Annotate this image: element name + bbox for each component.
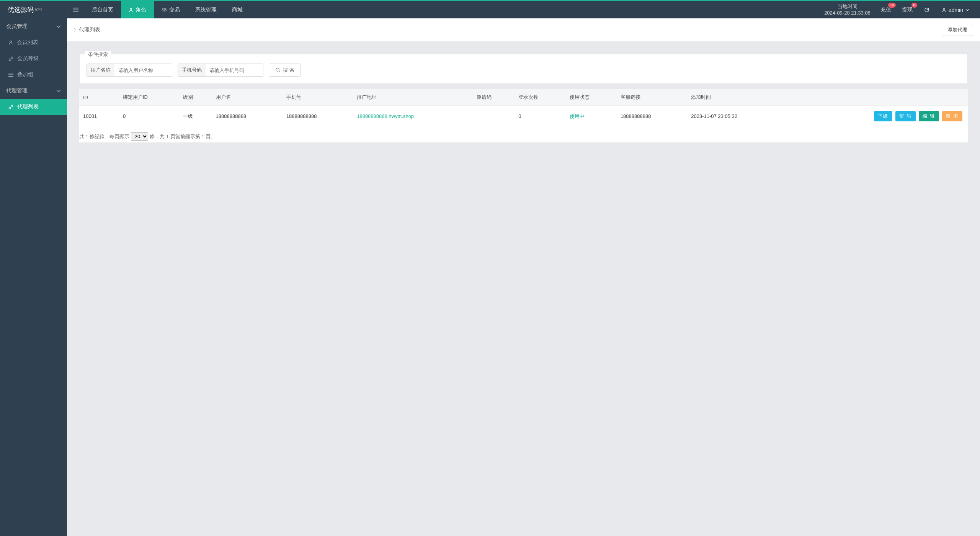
th-id: ID [79,89,119,106]
user-menu[interactable]: admin [938,7,973,13]
local-time: 当地时间 2024-09-28 21:33:08 [822,2,873,18]
cell-bind-uid: 0 [119,106,179,127]
chevron-down-icon [965,9,969,11]
recharge-link[interactable]: 充值 14 [877,7,894,13]
page-header: 代理列表 添加代理 [67,18,980,42]
nav-home-label: 后台首页 [92,7,113,13]
promo-link[interactable]: 18888888888.hwym.shop [357,113,414,119]
sidebar-item-label: 叠加组 [17,71,33,78]
status-badge: 使用中 [570,113,585,119]
sidebar-group-agent-label: 代理管理 [6,87,28,94]
sidebar-item-member-list[interactable]: 会员列表 [0,34,67,51]
phone-label: 手机号码 [178,64,206,76]
th-username: 用户名 [212,89,283,106]
user-icon [129,8,133,12]
th-promo: 推广地址 [353,89,473,106]
sidebar-group-agent[interactable]: 代理管理 [0,83,67,99]
cell-username: 18888888888 [212,106,283,127]
cell-cs: 18888888888 [617,106,687,127]
time-label: 当地时间 [824,3,871,10]
search-button-label: 搜 索 [283,67,294,74]
hamburger-icon [73,8,78,12]
time-value: 2024-09-28 21:33:08 [824,10,871,16]
th-time: 添加时间 [687,89,787,106]
nav-trade-label: 交易 [169,7,180,13]
sidebar: 会员管理 会员列表 会员等级 叠加组 代理管理 [0,18,67,536]
refresh-icon [924,7,929,13]
sidebar-group-member[interactable]: 会员管理 [0,18,67,34]
list-icon [8,73,13,77]
th-phone: 手机号 [283,89,353,106]
cell-time: 2023-11-07 23:05:32 [687,106,787,127]
brand-logo: 优选源码 V20 [0,1,67,18]
search-icon [275,67,281,73]
action-edit-button[interactable]: 编 辑 [919,111,939,121]
link-icon [8,105,13,109]
th-login: 登录次数 [514,89,565,106]
user-icon [942,8,946,12]
nav-mall-label: 商城 [232,7,243,13]
svg-point-3 [276,68,279,71]
svg-point-0 [130,8,132,10]
nav-system-label: 系统管理 [195,7,217,13]
brand-name: 优选源码 [8,5,34,14]
username-label: 用户名称 [87,64,114,76]
action-sub-button[interactable]: 下级 [874,111,892,121]
nav-system[interactable]: 系统管理 [188,1,224,18]
recharge-badge: 14 [888,3,896,8]
pagination-suffix: 條，共 1 頁當前顯示第 1 頁。 [150,133,216,140]
cell-status: 使用中 [566,106,617,127]
nav-trade[interactable]: 交易 [154,1,188,18]
search-legend: 条件搜索 [85,51,111,58]
cell-promo: 18888888888.hwym.shop [353,106,473,127]
svg-point-1 [943,8,945,10]
pagination-prefix: 共 1 條記錄，每頁顯示 [79,133,129,140]
refresh-button[interactable] [920,7,933,13]
cell-invite [473,106,514,127]
cell-phone: 18888888888 [283,106,353,127]
layout: 会员管理 会员列表 会员等级 叠加组 代理管理 [0,18,980,536]
sidebar-item-member-level[interactable]: 会员等级 [0,51,67,67]
action-disable-button[interactable]: 禁 用 [942,111,962,121]
phone-input[interactable] [206,64,263,76]
withdraw-label: 提现 [902,7,913,13]
th-actions [787,89,968,106]
sidebar-item-label: 代理列表 [17,103,39,110]
username-input[interactable] [114,64,172,76]
user-icon [8,40,13,45]
search-row: 用户名称 手机号码 搜 索 [87,64,960,77]
sidebar-item-stack-group[interactable]: 叠加组 [0,67,67,83]
action-pwd-button[interactable]: 密 码 [895,111,916,121]
th-level: 级别 [179,89,212,106]
table-wrap: ID 绑定用户ID 级别 用户名 手机号 推广地址 邀请码 登录次数 使用状态 … [79,89,968,142]
cell-id: 10001 [79,106,119,127]
cell-level: 一级 [179,106,212,127]
nav-role[interactable]: 角色 [121,1,154,18]
sidebar-toggle[interactable] [67,1,84,18]
sidebar-item-label: 会员列表 [17,39,38,46]
withdraw-link[interactable]: 提现 0 [899,7,916,13]
sidebar-group-member-label: 会员管理 [6,23,28,30]
nav-mall[interactable]: 商城 [224,1,250,18]
cell-login: 0 [514,106,565,127]
top-nav: 后台首页 角色 交易 系统管理 商城 [84,1,822,18]
add-agent-button[interactable]: 添加代理 [942,24,973,36]
search-button[interactable]: 搜 索 [269,64,301,77]
header: 优选源码 V20 后台首页 角色 交易 系统管理 商城 [0,1,980,18]
user-name: admin [949,7,963,13]
chevron-down-icon [56,90,61,92]
sidebar-item-agent-list[interactable]: 代理列表 [0,99,67,115]
th-invite: 邀请码 [473,89,514,106]
link-icon [8,56,13,61]
table-row: 10001 0 一级 18888888888 18888888888 18888… [79,106,968,127]
withdraw-badge: 0 [911,3,917,8]
table-header-row: ID 绑定用户ID 级别 用户名 手机号 推广地址 邀请码 登录次数 使用状态 … [79,89,968,106]
th-cs: 客服链接 [617,89,687,106]
page-size-select[interactable]: 20 [131,132,148,141]
brand-version: V20 [35,8,42,12]
th-status: 使用状态 [566,89,617,106]
search-box: 条件搜索 用户名称 手机号码 搜 索 [79,54,968,84]
th-bind-uid: 绑定用户ID [119,89,179,106]
nav-home[interactable]: 后台首页 [84,1,121,18]
scale-icon [162,8,167,12]
